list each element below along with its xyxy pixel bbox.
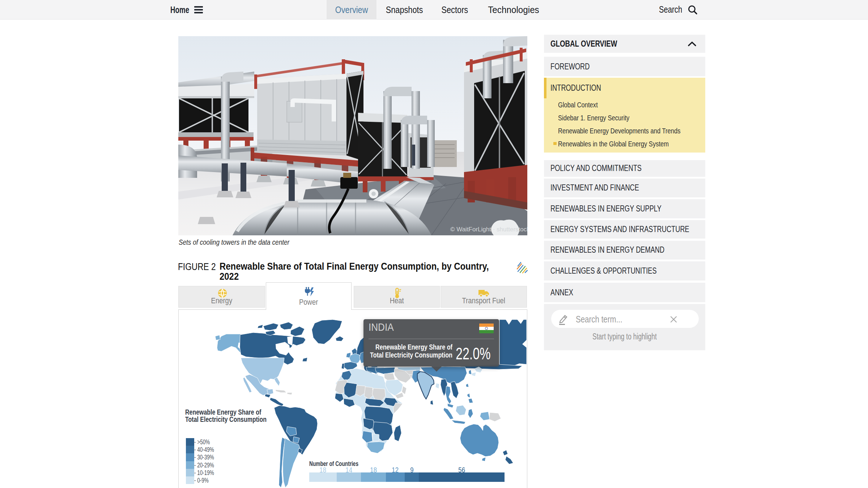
svg-text:© WaitForLight · shutterstock.: © WaitForLight · shutterstock.com — [450, 226, 527, 233]
